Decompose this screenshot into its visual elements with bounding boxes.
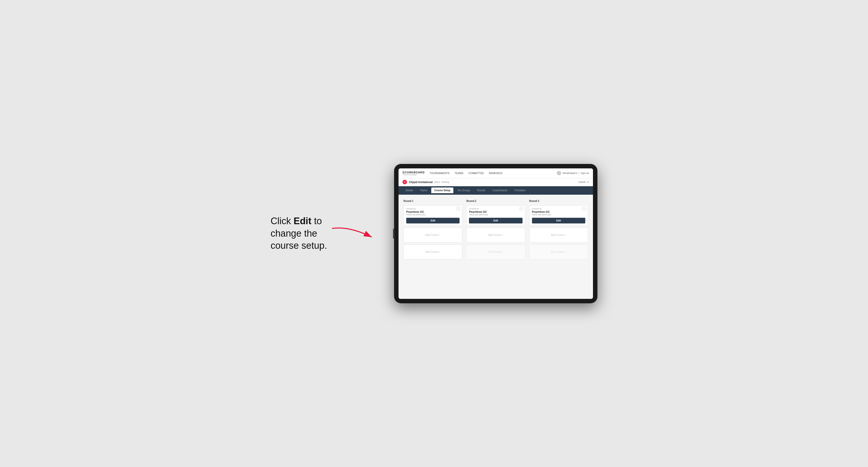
sign-out-link[interactable]: Sign out xyxy=(581,172,589,174)
round-1-course-name: Peachtree GC xyxy=(406,210,460,213)
round-2-add-course-1-text: Add Course + xyxy=(488,234,503,236)
tab-results[interactable]: Results xyxy=(474,187,488,193)
gender-badge: (Men) xyxy=(434,181,440,183)
round-2-delete-icon[interactable]: □ xyxy=(520,207,523,211)
round-3-add-course-2: Add Course + xyxy=(529,245,588,259)
content-area: Round 1 □ (Course A) Peachtree GC Yellow… xyxy=(399,195,593,299)
round-3-add-course-1-text: Add Course + xyxy=(551,234,566,236)
round-1-course-details: Yellow (M) (6629 yds) xyxy=(406,214,460,216)
round-2-course-tag: (Course A) xyxy=(469,208,522,210)
round-1-edit-button[interactable]: Edit xyxy=(406,218,460,223)
round-2-add-course-1[interactable]: Add Course + xyxy=(466,228,525,243)
tab-printables[interactable]: Printables xyxy=(512,187,528,193)
clippd-icon: C xyxy=(403,180,407,184)
tab-teams[interactable]: Teams xyxy=(417,187,430,193)
tablet-screen: SCOREBOARD Powered by clippd TOURNAMENTS… xyxy=(399,168,593,299)
instruction-text: Click Edit tochange thecourse setup. xyxy=(271,215,327,252)
round-1-course-tag: (Course A) xyxy=(406,208,460,210)
page-wrapper: Click Edit tochange thecourse setup. SCO… xyxy=(10,164,858,303)
sub-header-right: Cancel ✕ xyxy=(579,181,589,183)
round-3-delete-icon[interactable]: □ xyxy=(582,207,586,211)
sub-header: C Clippd Invitational (Men) Hosting Canc… xyxy=(399,178,593,186)
cancel-link[interactable]: Cancel xyxy=(579,181,586,183)
round-2-course-details: Yellow (M) (6629 yds) xyxy=(469,214,522,216)
round-3-edit-button[interactable]: Edit xyxy=(532,218,585,223)
tab-bar: Details Teams Course Setup Tee Groups Re… xyxy=(399,186,593,195)
tab-course-setup[interactable]: Course Setup xyxy=(431,187,453,193)
tab-tee-groups[interactable]: Tee Groups xyxy=(454,187,473,193)
top-nav-right: blair@clippd.io | Sign out xyxy=(557,171,589,175)
tab-leaderboards[interactable]: Leaderboards xyxy=(489,187,510,193)
nav-committee[interactable]: COMMITTEE xyxy=(468,172,484,175)
round-2-label: Round 2 xyxy=(466,200,525,203)
round-2-course-name: Peachtree GC xyxy=(469,210,522,213)
round-1-course-card: □ (Course A) Peachtree GC Yellow (M) (66… xyxy=(403,205,462,226)
tablet-side-button xyxy=(393,229,395,239)
round-1-add-course-1[interactable]: Add Course + xyxy=(403,228,462,243)
tablet: SCOREBOARD Powered by clippd TOURNAMENTS… xyxy=(394,164,597,303)
logo-sub: Powered by clippd xyxy=(403,174,425,176)
bold-edit: Edit xyxy=(293,216,311,226)
round-3-course-tag: (Course A) xyxy=(532,208,585,210)
round-3-course-name: Peachtree GC xyxy=(532,210,585,213)
round-1-add-course-1-text: Add Course + xyxy=(425,234,440,236)
round-2-column: Round 2 □ (Course A) Peachtree GC Yellow… xyxy=(466,200,525,259)
cancel-x: ✕ xyxy=(587,181,589,183)
user-avatar xyxy=(557,171,561,175)
round-2-edit-button[interactable]: Edit xyxy=(469,218,522,223)
round-3-column: Round 3 □ (Course A) Peachtree GC Yellow… xyxy=(529,200,588,259)
tournament-name: Clippd Invitational xyxy=(409,181,433,184)
round-1-add-course-2[interactable]: Add Course + xyxy=(403,245,462,259)
round-1-delete-icon[interactable]: □ xyxy=(457,207,460,211)
round-3-add-course-2-text: Add Course + xyxy=(551,250,566,253)
round-1-column: Round 1 □ (Course A) Peachtree GC Yellow… xyxy=(403,200,462,259)
nav-tournaments[interactable]: TOURNAMENTS xyxy=(430,172,450,175)
user-email: blair@clippd.io xyxy=(563,172,577,174)
round-3-course-card: □ (Course A) Peachtree GC Yellow (M) (66… xyxy=(529,205,588,226)
logo-scoreboard: SCOREBOARD xyxy=(403,171,425,174)
round-2-add-course-2: Add Course + xyxy=(466,245,525,259)
hosting-badge: Hosting xyxy=(441,181,449,183)
round-2-add-course-2-text: Add Course + xyxy=(488,250,503,253)
red-arrow-icon xyxy=(330,223,379,243)
tab-details[interactable]: Details xyxy=(403,187,416,193)
round-3-course-details: Yellow (M) (6629 yds) xyxy=(532,214,585,216)
logo-area: SCOREBOARD Powered by clippd xyxy=(403,171,425,176)
top-nav: SCOREBOARD Powered by clippd TOURNAMENTS… xyxy=(399,168,593,178)
rounds-grid: Round 1 □ (Course A) Peachtree GC Yellow… xyxy=(403,200,588,259)
nav-links: TOURNAMENTS TEAMS COMMITTEE RANKINGS xyxy=(430,172,557,175)
round-3-label: Round 3 xyxy=(529,200,588,203)
round-2-course-card: □ (Course A) Peachtree GC Yellow (M) (66… xyxy=(466,205,525,226)
nav-rankings[interactable]: RANKINGS xyxy=(489,172,503,175)
separator: | xyxy=(579,172,579,174)
round-1-add-course-2-text: Add Course + xyxy=(425,250,440,253)
round-1-label: Round 1 xyxy=(403,200,462,203)
nav-teams[interactable]: TEAMS xyxy=(455,172,464,175)
round-3-add-course-1[interactable]: Add Course + xyxy=(529,228,588,243)
